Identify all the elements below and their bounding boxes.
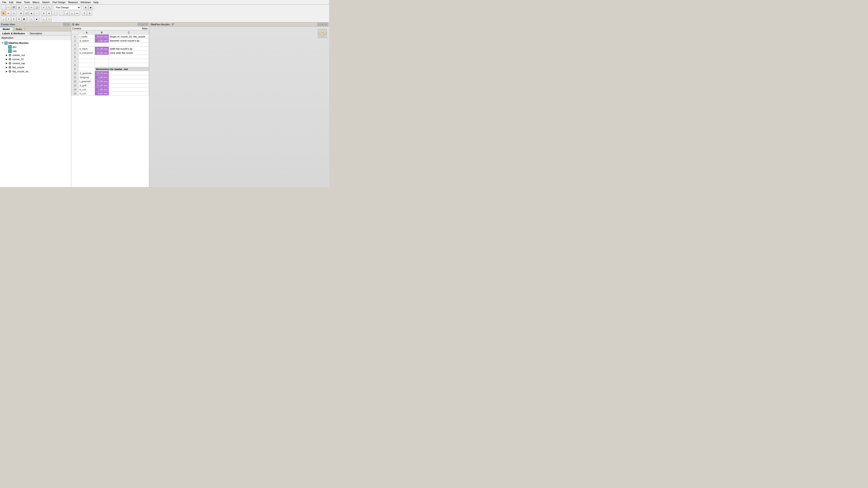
cell-b-13[interactable]: 21,00 mm — [95, 84, 109, 88]
workbench-selector[interactable]: Part Design Sketcher Part — [54, 5, 81, 10]
cell-b-15[interactable]: 0,50 mm — [95, 92, 109, 96]
cell-a-15[interactable]: h_cut — [79, 92, 95, 96]
tb-chamfer[interactable]: ◿ — [64, 11, 69, 16]
tree-item-root[interactable]: ▼ SikaFlex-Nozzles — [0, 41, 71, 45]
cell-a-5[interactable]: b_extrabreit — [79, 51, 95, 55]
spread-row-12[interactable]: 12l_gewinde10,00 mm — [71, 79, 149, 84]
tb-sweep[interactable]: 〰 — [34, 11, 39, 16]
cell-a-13[interactable]: d_griff — [79, 84, 95, 88]
cell-b-3[interactable] — [95, 43, 109, 47]
tb-undo[interactable]: ↩ — [24, 5, 29, 10]
cell-b-2[interactable]: 3,00 mm — [95, 39, 109, 43]
cell-a-4[interactable]: b_flach — [79, 47, 95, 51]
spread-row-10[interactable]: 10d_gewinde13,70 mm — [71, 71, 149, 75]
cell-a-12[interactable]: l_gewinde — [79, 79, 95, 84]
spread-row-8[interactable]: 8 — [71, 63, 149, 67]
tb-hole[interactable]: ● — [46, 11, 52, 16]
tb-wireframe[interactable]: □ — [29, 17, 34, 22]
menu-tools[interactable]: Tools — [23, 0, 31, 4]
tb-attach[interactable]: 📎 — [11, 11, 16, 16]
cell-a-14[interactable]: b_cut — [79, 88, 95, 92]
spread-row-7[interactable]: 7 — [71, 59, 149, 63]
spreadsheet-min-btn[interactable]: ^ — [138, 23, 141, 26]
tb-loft[interactable]: ◈ — [29, 11, 34, 16]
cell-a-10[interactable]: d_gewinde — [79, 71, 95, 75]
tb-view-home[interactable]: ⌂ — [1, 17, 6, 22]
cell-b-14[interactable]: 1,00 mm — [95, 88, 109, 92]
menu-windows[interactable]: Windows — [79, 0, 92, 4]
cell-b-4[interactable]: 21,00 mm — [95, 47, 109, 51]
tab-model[interactable]: Model — [0, 27, 13, 31]
menu-edit[interactable]: Edit — [8, 0, 15, 4]
menu-partdesign[interactable]: Part Design — [51, 0, 67, 4]
tb-zoom[interactable]: 🔍 — [46, 5, 52, 10]
tb-revolve[interactable]: 🔃 — [24, 11, 29, 16]
menu-sketch[interactable]: Sketch — [41, 0, 51, 4]
tree-item-dim[interactable]: dim — [0, 45, 71, 49]
tree-item-closedcap[interactable]: ▶ closed_cap — [0, 61, 71, 65]
tb-extrude[interactable]: ⬆ — [19, 11, 24, 16]
tb-shaded[interactable]: ■ — [34, 17, 39, 22]
expand-nozzle01[interactable]: ▶ — [5, 58, 8, 60]
cell-b-12[interactable]: 10,00 mm — [95, 79, 109, 84]
tb-redo[interactable]: ↪ — [29, 5, 34, 10]
tb-pattern[interactable]: ⠿ — [82, 11, 87, 16]
cell-c-14[interactable] — [109, 88, 149, 92]
spread-row-11[interactable]: 11steigung2,40 mm — [71, 75, 149, 79]
spread-row-3[interactable]: 3 — [71, 43, 149, 47]
cell-b-6[interactable] — [95, 55, 109, 59]
spread-row-2[interactable]: 2d_spitze3,00 mmdiameter round nozzle's … — [71, 39, 149, 43]
tb-pocket[interactable]: ⬇ — [41, 11, 46, 16]
expand-flatnozzlewi[interactable]: ▶ — [5, 70, 8, 72]
cell-a-6[interactable] — [79, 55, 95, 59]
cell-a-11[interactable]: steigung — [79, 75, 95, 79]
tb-view-front[interactable]: F — [11, 17, 16, 22]
tb-sketch[interactable]: ✏ — [6, 11, 11, 16]
expand-flatnozzle[interactable]: ▶ — [5, 66, 8, 68]
menu-help[interactable]: Help — [92, 0, 100, 4]
cell-c-12[interactable] — [109, 79, 149, 84]
tb-view-iso[interactable]: ◩ — [22, 17, 27, 22]
cell-a-2[interactable]: d_spitze — [79, 39, 95, 43]
tb-groove[interactable]: ○ — [52, 11, 57, 16]
cell-b-9[interactable]: dimensions for master_nut — [95, 67, 149, 71]
tab-tasks[interactable]: Tasks — [13, 27, 25, 31]
spread-row-13[interactable]: 13d_griff21,00 mm — [71, 84, 149, 88]
tb-extra2[interactable]: ▶ — [88, 5, 93, 10]
tb-print[interactable]: 🖨 — [17, 5, 22, 10]
spread-row-14[interactable]: 14b_cut1,00 mm — [71, 88, 149, 92]
spreadsheet-area[interactable]: A B C 1l_tuelle35,00 mmlength of: nozzle… — [71, 31, 149, 187]
tree-item-flatnozzlewi[interactable]: ▶ flat_nozzle_wi... — [0, 69, 71, 73]
tb-measure2[interactable]: 📏 — [46, 17, 52, 22]
tb-body[interactable]: B — [1, 11, 6, 16]
cell-b-7[interactable] — [95, 59, 109, 63]
cell-b-5[interactable]: 45,00 mm — [95, 51, 109, 55]
expand-masternut[interactable]: ▶ — [5, 54, 8, 56]
spread-row-15[interactable]: 15h_cut0,50 mm — [71, 92, 149, 96]
tb-mirror[interactable]: ⇔ — [74, 11, 80, 16]
cell-c-15[interactable] — [109, 92, 149, 96]
menu-file[interactable]: File — [1, 0, 8, 4]
tb-clone[interactable]: ⎘ — [87, 11, 92, 16]
tree-item-calc[interactable]: calc — [0, 49, 71, 53]
spread-row-9[interactable]: 9dimensions for master_nut — [71, 67, 149, 71]
tb-new[interactable]: 📄 — [1, 5, 6, 10]
cell-c-8[interactable] — [109, 63, 149, 67]
spread-row-6[interactable]: 6 — [71, 55, 149, 59]
cell-b-10[interactable]: 13,70 mm — [95, 71, 109, 75]
cell-c-11[interactable] — [109, 75, 149, 79]
tb-fillet[interactable]: ⌒ — [59, 11, 64, 16]
tb-draft[interactable]: △ — [69, 11, 74, 16]
tb-open[interactable]: 📂 — [6, 5, 11, 10]
menu-view[interactable]: View — [15, 0, 23, 4]
tree-item-nozzle01[interactable]: ▶ nozzle_01 — [0, 57, 71, 61]
cell-c-2[interactable]: diameter round nozzle's tip — [109, 39, 149, 43]
spreadsheet-close-btn[interactable]: × — [145, 23, 148, 26]
cell-c-10[interactable] — [109, 71, 149, 75]
view3d-close-btn[interactable]: × — [324, 23, 328, 26]
tb-extra1[interactable]: ⚙ — [83, 5, 88, 10]
tb-save[interactable]: 💾 — [11, 5, 16, 10]
cell-a-3[interactable] — [79, 43, 95, 47]
tb-pointer[interactable]: ↖ — [41, 5, 46, 10]
spread-row-1[interactable]: 1l_tuelle35,00 mmlength of: nozzle_01, f… — [71, 35, 149, 39]
